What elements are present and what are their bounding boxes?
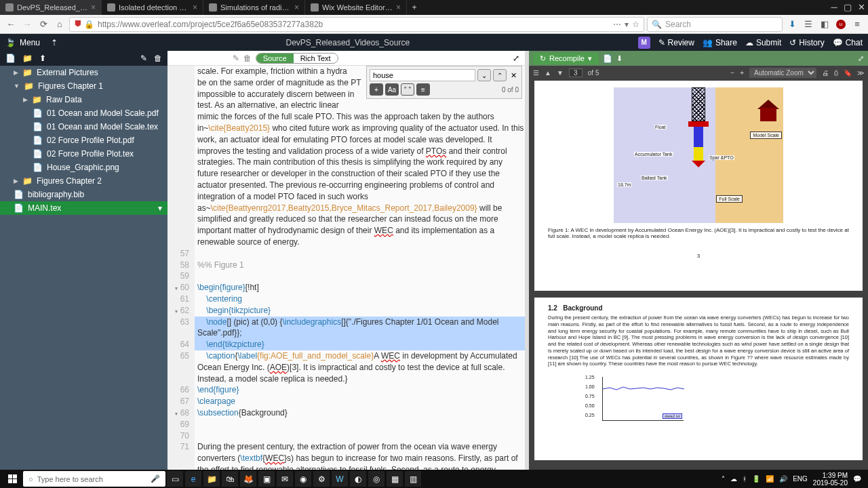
zoom-select[interactable]: Automatic Zoom	[749, 68, 816, 78]
chrome-icon[interactable]: ◐	[350, 471, 366, 487]
find-prev-icon[interactable]: ⌃	[493, 69, 507, 81]
code-line[interactable]: mimic the forces of the full scale PTO. …	[167, 111, 525, 248]
pocket-icon[interactable]: ▾	[625, 20, 629, 29]
code-line[interactable]: ▾ 60\begin{figure}[!ht]	[167, 282, 525, 293]
code-line[interactable]: 58%% Figure 1	[167, 260, 525, 271]
forward-icon[interactable]: →	[20, 18, 34, 31]
notifications-icon[interactable]: 💬	[853, 475, 861, 483]
back-icon[interactable]: ←	[4, 18, 18, 31]
close-icon[interactable]: ×	[91, 3, 96, 12]
tree-file[interactable]: 📄01 Ocean and Model Scale.pdf	[0, 106, 167, 120]
code-editor[interactable]: scale. For example, friction within a hy…	[167, 66, 525, 470]
sidebar-toggle-icon[interactable]: ☰	[533, 69, 539, 77]
code-line[interactable]: 57	[167, 248, 525, 260]
wifi-icon[interactable]: 📶	[766, 475, 774, 483]
overleaf-logo-icon[interactable]: 🍃	[5, 38, 16, 47]
bluetooth-icon[interactable]: ᚼ	[743, 475, 747, 483]
code-line[interactable]: 66\end{figure}	[167, 384, 525, 396]
url-bar[interactable]: ⛊ 🔒 https://www.overleaf.com/project/5ce…	[69, 17, 644, 32]
chevron-down-icon[interactable]: ▾	[588, 54, 592, 63]
code-line[interactable]: 65 \caption{\label{fig:AOE_full_and_mode…	[167, 350, 525, 384]
close-icon[interactable]: ×	[294, 3, 299, 12]
editor-mode-toggle[interactable]: Source Rich Text	[256, 53, 338, 64]
code-line[interactable]: 69	[167, 419, 525, 430]
recompile-button[interactable]: ↻ Recompile ▾	[533, 53, 599, 64]
expand-pdf-icon[interactable]: ⤢	[858, 54, 864, 63]
library-icon[interactable]: ☰	[802, 18, 815, 31]
firefox-icon[interactable]: 🦊	[240, 471, 256, 487]
download-icon[interactable]: ⎙	[834, 69, 838, 77]
new-tab-button[interactable]: +	[407, 0, 422, 15]
download-pdf-icon[interactable]: ⬇	[616, 54, 623, 63]
app2-icon[interactable]: ◉	[295, 471, 311, 487]
code-line[interactable]: 61 \centering	[167, 293, 525, 305]
code-line[interactable]: 63 \node[] (pic) at (0,0) {\includegraph…	[167, 317, 525, 340]
code-line[interactable]: ▾ 68\subsection{Background}	[167, 407, 525, 419]
taskview-icon[interactable]: ▭	[167, 471, 183, 487]
case-toggle[interactable]: Aa	[385, 83, 399, 96]
tree-file[interactable]: 📄02 Force Profile Plot.tex	[0, 147, 167, 161]
find-input[interactable]	[370, 69, 475, 81]
submit-button[interactable]: ☁Submit	[745, 38, 781, 47]
tools-icon[interactable]: ≫	[857, 69, 864, 77]
mail-icon[interactable]: ✉	[277, 471, 293, 487]
upload-icon[interactable]: ⬆	[39, 54, 46, 63]
app5-icon[interactable]: ▥	[405, 471, 421, 487]
code-line[interactable]: test. As an alternative, an electric lin…	[167, 100, 525, 111]
find-close-icon[interactable]: ✕	[509, 71, 519, 80]
bookmark-icon[interactable]: 🔖	[844, 69, 852, 77]
tree-folder[interactable]: ▼📁Figures Chapter 1	[0, 79, 167, 93]
page-down-icon[interactable]: ▼	[557, 69, 564, 77]
more-icon[interactable]: ⋯	[613, 20, 621, 29]
tree-folder[interactable]: ▶📁Raw Data	[0, 93, 167, 106]
start-button[interactable]	[3, 471, 22, 487]
logs-icon[interactable]: 📄	[603, 54, 612, 63]
onedrive-icon[interactable]: ☁	[730, 475, 737, 483]
word-icon[interactable]: W	[332, 471, 348, 487]
new-folder-icon[interactable]: 📁	[22, 54, 33, 63]
rename-icon[interactable]: ✎	[140, 54, 147, 63]
find-next-icon[interactable]: ⌄	[477, 69, 491, 81]
code-line[interactable]: 67\clearpage	[167, 396, 525, 407]
share-button[interactable]: 👥Share	[703, 38, 737, 47]
edge-icon[interactable]: e	[185, 471, 201, 487]
edit-icon[interactable]: ✎	[233, 54, 239, 63]
avatar[interactable]: M	[638, 37, 650, 49]
close-icon[interactable]: ×	[396, 3, 401, 12]
regex-toggle[interactable]: " "	[401, 83, 414, 96]
whole-word-toggle[interactable]: ≡	[416, 83, 430, 96]
reload-icon[interactable]: ⟳	[37, 18, 50, 31]
browser-tab[interactable]: Simulations of radiation press×	[203, 0, 305, 15]
maximize-icon[interactable]: ▢	[841, 0, 854, 14]
explorer-icon[interactable]: 📁	[203, 471, 220, 487]
clock[interactable]: 1:39 PM2019-05-20	[813, 472, 848, 487]
home-icon[interactable]: ⌂	[53, 18, 66, 31]
code-line[interactable]: ▾ 62 \begin{tikzpicture}	[167, 305, 525, 317]
code-line[interactable]: 70	[167, 430, 525, 442]
star-icon[interactable]: ☆	[632, 20, 639, 29]
pdf-viewer[interactable]: Float Accumulator Tank Ballast Tank Spar…	[529, 79, 868, 470]
tree-file[interactable]: 📄House_Graphic.png	[0, 161, 167, 174]
page-up-icon[interactable]: ▲	[545, 69, 551, 77]
browser-tab[interactable]: Wix Website Editor - mysite×	[305, 0, 407, 15]
code-line[interactable]: 59	[167, 270, 525, 282]
tree-folder[interactable]: ▶📁External Pictures	[0, 66, 167, 79]
zoom-in-icon[interactable]: +	[740, 69, 744, 77]
taskbar-search[interactable]: ○ Type here to search 🎤	[23, 471, 165, 487]
tree-file[interactable]: 📄MAIN.tex▾	[0, 201, 167, 215]
app4-icon[interactable]: ▦	[387, 471, 403, 487]
zoom-out-icon[interactable]: −	[730, 69, 734, 77]
replace-toggle-icon[interactable]: +	[370, 83, 383, 96]
tree-file[interactable]: 📄bibliography.bib	[0, 188, 167, 201]
tree-file[interactable]: 📄02 Force Profile Plot.pdf	[0, 134, 167, 147]
expand-icon[interactable]: ⤢	[513, 54, 519, 63]
hamburger-icon[interactable]: ≡	[850, 18, 864, 31]
tree-folder[interactable]: ▶📁Figures Chapter 2	[0, 174, 167, 188]
downloads-icon[interactable]: ⬇	[785, 18, 799, 31]
chat-button[interactable]: 💬Chat	[833, 38, 863, 47]
tray-up-icon[interactable]: ˄	[722, 475, 725, 483]
new-file-icon[interactable]: 📄	[5, 54, 16, 63]
code-line[interactable]: 64 \end{tikzpicture}	[167, 339, 525, 350]
browser-tab[interactable]: Isolated detection of elastic w×	[102, 0, 203, 15]
browser-tab[interactable]: DevPS_Released_Videos_Sou×	[0, 0, 102, 15]
